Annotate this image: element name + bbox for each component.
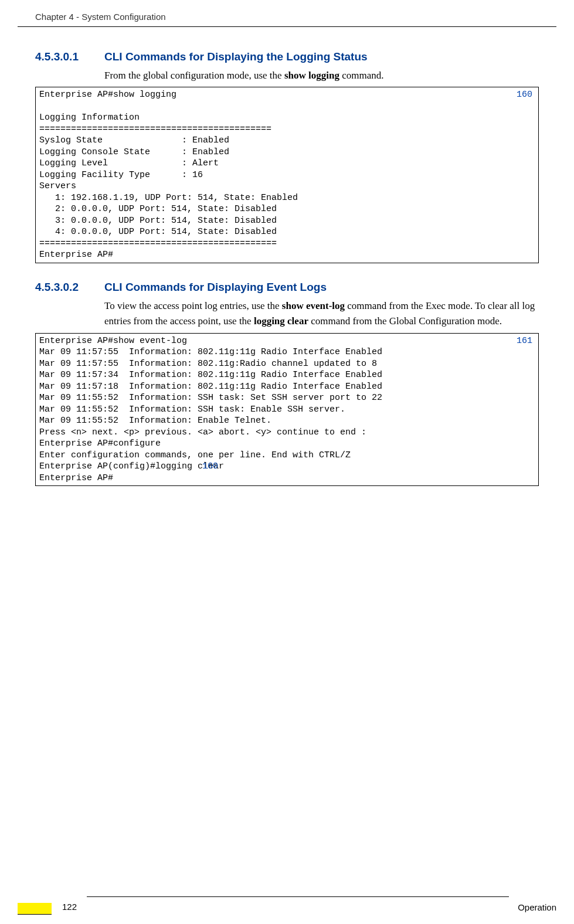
section2-code-post: Enterprise AP#: [39, 473, 113, 483]
section2-cmd2: logging clear: [254, 315, 308, 327]
section2-number: 4.5.3.0.2: [35, 281, 88, 294]
section2-ref1[interactable]: 161: [517, 335, 532, 347]
section1-cmd: show logging: [284, 70, 339, 81]
section2-heading: 4.5.3.0.2 CLI Commands for Displaying Ev…: [35, 281, 539, 294]
footer-rule: [87, 896, 509, 897]
section1-codebox: 160Enterprise AP#show logging Logging In…: [35, 87, 539, 263]
section2-intro-post: command from the Global Configuration mo…: [308, 315, 502, 327]
section2-intro: To view the access point log entries, us…: [104, 298, 539, 329]
footer-right: Operation: [518, 902, 556, 912]
section1-intro-post: command.: [339, 70, 384, 81]
section1-heading: 4.5.3.0.1 CLI Commands for Displaying th…: [35, 50, 539, 63]
section2-codebox: 161Enterprise AP#show event-log Mar 09 1…: [35, 333, 539, 487]
section1-ref[interactable]: 160: [517, 89, 532, 101]
section1-intro-pre: From the global configuration mode, use …: [104, 70, 284, 81]
footer: 122 Operation: [18, 896, 556, 912]
section2-ref2[interactable]: 160: [202, 461, 218, 473]
section1-title: CLI Commands for Displaying the Logging …: [104, 50, 368, 63]
page-number: 122: [62, 902, 77, 912]
section2-title: CLI Commands for Displaying Event Logs: [104, 281, 327, 294]
chapter-header: Chapter 4 - System Configuration: [18, 0, 556, 27]
section1-code: Enterprise AP#show logging Logging Infor…: [39, 90, 298, 260]
content-area: 4.5.3.0.1 CLI Commands for Displaying th…: [0, 50, 574, 486]
section2-code-mid: Enterprise AP(config)#logging clear: [39, 461, 224, 471]
section2-intro-pre: To view the access point log entries, us…: [104, 300, 282, 311]
yellow-tab-icon: [18, 903, 52, 915]
section1-number: 4.5.3.0.1: [35, 50, 88, 63]
section2-cmd1: show event-log: [282, 300, 345, 311]
section2-code-pre: Enterprise AP#show event-log Mar 09 11:5…: [39, 336, 382, 460]
section1-intro: From the global configuration mode, use …: [104, 68, 539, 83]
footer-left: 122: [18, 901, 77, 912]
